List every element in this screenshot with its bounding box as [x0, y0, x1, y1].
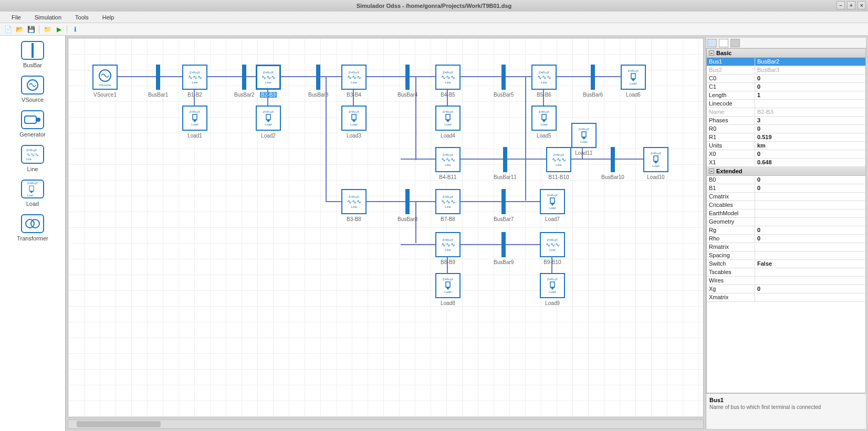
maximize-button[interactable]: +: [847, 1, 855, 9]
canvas-line-b1-b2[interactable]: Z=R+jX∿∿∿LineB1-B2: [182, 65, 207, 98]
property-row-r1[interactable]: R10.519: [707, 133, 865, 142]
property-row-xmatrix[interactable]: Xmatrix: [707, 293, 865, 302]
run-icon[interactable]: ▶: [54, 25, 64, 34]
collapse-icon[interactable]: −: [709, 169, 714, 174]
property-value[interactable]: [755, 218, 865, 226]
canvas-line-b4-b5[interactable]: Z=R+jX∿∿∿LineB4-B5: [435, 65, 461, 98]
wire[interactable]: [401, 159, 437, 160]
palette-item-busbar[interactable]: BusBar: [21, 41, 44, 68]
palette-item-transformer[interactable]: Transformer: [17, 214, 48, 241]
canvas-bus-busbar10[interactable]: BusBar10: [601, 147, 624, 180]
canvas-bus-busbar8[interactable]: BusBar8: [398, 189, 417, 222]
canvas-load-load11[interactable]: Z=R+jXLoadLoad11: [571, 123, 597, 156]
canvas-load-load8[interactable]: Z=R+jXLoadLoad8: [435, 273, 461, 306]
tab-categorized-icon[interactable]: [707, 39, 717, 47]
wire[interactable]: [207, 76, 238, 77]
wire[interactable]: [367, 201, 401, 202]
property-value[interactable]: [755, 100, 865, 108]
menu-simulation[interactable]: Simulation: [28, 13, 68, 22]
menu-file[interactable]: File: [5, 13, 27, 22]
canvas-line-b8-b9[interactable]: Z=R+jX∿∿∿LineB8-B9: [435, 232, 461, 265]
canvas-line-b4-b11[interactable]: Z=R+jX∿∿∿LineB4-B11: [435, 147, 461, 180]
canvas-load-load7[interactable]: Z=R+jXLoadLoad7: [540, 189, 565, 222]
palette-item-line[interactable]: Z=R+jX∿∿∿LineLine: [21, 145, 44, 172]
property-value[interactable]: [755, 293, 865, 301]
canvas-bus-busbar11[interactable]: BusBar11: [494, 147, 517, 180]
canvas-load-load1[interactable]: Z=R+jXLoadLoad1: [182, 106, 207, 139]
canvas-bus-busbar9[interactable]: BusBar9: [494, 232, 514, 265]
canvas-line-b5-b6[interactable]: Z=R+jX∿∿∿LineB5-B6: [531, 65, 557, 98]
property-value[interactable]: [755, 243, 865, 251]
canvas-line-b3-b4[interactable]: Z=R+jX∿∿∿LineB3-B4: [341, 65, 367, 98]
property-value[interactable]: [755, 193, 865, 201]
property-row-x1[interactable]: X10.648: [707, 159, 865, 167]
property-row-wires[interactable]: Wires: [707, 277, 865, 285]
property-value[interactable]: BusBar3: [755, 66, 865, 74]
property-value[interactable]: 0: [755, 235, 865, 243]
property-row-units[interactable]: Unitskm: [707, 142, 865, 150]
property-value[interactable]: BusBar2: [755, 58, 865, 66]
canvas-line-b11-b10[interactable]: Z=R+jX∿∿∿LineB11-B10: [546, 147, 571, 180]
property-row-bus2[interactable]: Bus2BusBar3: [707, 66, 865, 75]
minimize-button[interactable]: –: [836, 1, 845, 9]
canvas-bus-busbar4[interactable]: BusBar4: [398, 65, 417, 98]
property-row-name[interactable]: NameB2-B3: [707, 108, 865, 117]
property-row-tscables[interactable]: Tscables: [707, 268, 865, 277]
property-group-basic[interactable]: −Basic: [707, 49, 865, 58]
property-value[interactable]: 3: [755, 117, 865, 124]
property-row-spacing[interactable]: Spacing: [707, 251, 865, 260]
wire[interactable]: [367, 76, 401, 77]
property-row-x0[interactable]: X00: [707, 150, 865, 159]
property-value[interactable]: [755, 209, 865, 217]
canvas-load-load9[interactable]: Z=R+jXLoadLoad9: [540, 273, 565, 306]
property-value[interactable]: km: [755, 142, 865, 150]
save-file-icon[interactable]: 💾: [26, 25, 36, 34]
wire[interactable]: [461, 201, 497, 202]
property-row-bus1[interactable]: Bus1BusBar2: [707, 58, 865, 66]
canvas-line-b9-b10[interactable]: Z=R+jX∿∿∿LineB9-B10: [540, 232, 565, 265]
property-value[interactable]: 0: [755, 285, 865, 293]
wire[interactable]: [461, 244, 497, 245]
palette-item-generator[interactable]: Generator: [19, 110, 46, 138]
wire[interactable]: [525, 76, 526, 160]
property-row-phases[interactable]: Phases3: [707, 117, 865, 125]
property-list[interactable]: −BasicBus1BusBar2Bus2BusBar3C00C10Length…: [706, 48, 866, 393]
canvas-load-load3[interactable]: Z=R+jXLoadLoad3: [341, 106, 367, 139]
property-value[interactable]: 0.648: [755, 159, 865, 166]
wire[interactable]: [557, 76, 586, 77]
property-group-extended[interactable]: −Extended: [707, 167, 865, 176]
wire[interactable]: [571, 159, 605, 160]
wire[interactable]: [326, 201, 343, 202]
property-row-geometry[interactable]: Geometry: [707, 218, 865, 226]
wire[interactable]: [461, 159, 497, 160]
close-button[interactable]: ×: [857, 1, 866, 9]
canvas-load-load6[interactable]: Z=R+jXLoadLoad6: [621, 65, 646, 98]
property-row-r0[interactable]: R00: [707, 125, 865, 133]
folder-icon[interactable]: 📁: [43, 25, 52, 34]
menu-help[interactable]: Help: [96, 13, 121, 22]
wire[interactable]: [461, 76, 497, 77]
canvas-bus-busbar2[interactable]: BusBar2: [234, 65, 254, 98]
property-value[interactable]: 0: [755, 125, 865, 133]
canvas-line-b2-b3[interactable]: Z=R+jX∿∿∿LineB2-B3: [256, 65, 281, 98]
canvas-bus-busbar5[interactable]: BusBar5: [494, 65, 514, 98]
property-row-switch[interactable]: SwitchFalse: [707, 260, 865, 268]
property-row-rmatrix[interactable]: Rmatrix: [707, 243, 865, 251]
property-value[interactable]: 0: [755, 176, 865, 184]
property-value[interactable]: 0: [755, 150, 865, 158]
new-file-icon[interactable]: 📄: [3, 25, 13, 34]
property-row-cmatrix[interactable]: Cmatrix: [707, 193, 865, 201]
property-row-earthmodel[interactable]: EarthModel: [707, 209, 865, 218]
collapse-icon[interactable]: −: [709, 50, 714, 56]
property-row-b0[interactable]: B00: [707, 176, 865, 184]
help-icon[interactable]: ℹ: [70, 25, 80, 34]
open-file-icon[interactable]: 📂: [15, 25, 24, 34]
canvas-bus-busbar6[interactable]: BusBar6: [583, 65, 603, 98]
palette-item-load[interactable]: Z=R+jXLoadLoad: [21, 180, 44, 207]
wire[interactable]: [118, 76, 151, 77]
property-value[interactable]: False: [755, 260, 865, 268]
property-row-linecode[interactable]: Linecode: [707, 100, 865, 108]
property-row-c1[interactable]: C10: [707, 83, 865, 91]
property-value[interactable]: B2-B3: [755, 108, 865, 116]
property-row-c0[interactable]: C00: [707, 75, 865, 83]
